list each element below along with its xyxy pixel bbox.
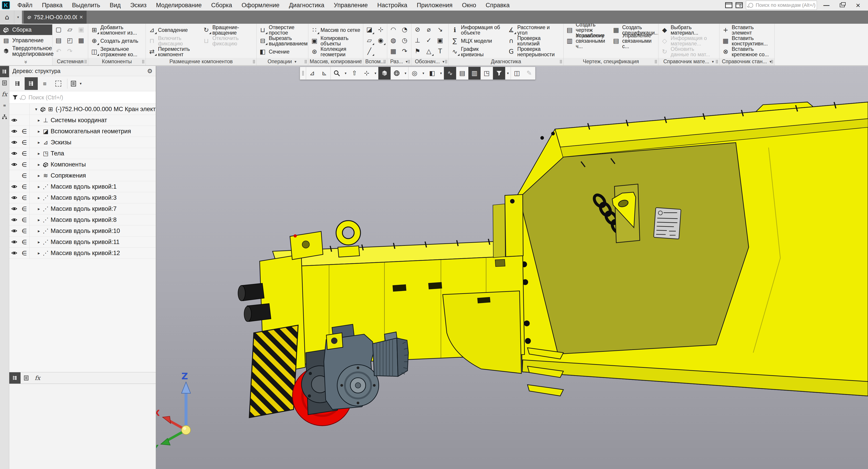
eye-icon[interactable]: [11, 217, 17, 223]
move-component-button[interactable]: ⇄Переместить компонент: [147, 46, 201, 57]
panel-fx-button[interactable]: fx: [0, 89, 9, 100]
insert-fastener-button[interactable]: ⊗Вставить крепежное со...: [721, 46, 774, 57]
group-grip-icon[interactable]: [771, 60, 773, 64]
group-grip-icon[interactable]: [655, 60, 657, 64]
category-сборка[interactable]: Сборка: [0, 24, 52, 35]
selection-area-button[interactable]: [52, 77, 65, 90]
tree-item[interactable]: ∈▸◪Вспомогательная геометрия: [9, 126, 156, 137]
group-grip-icon[interactable]: [383, 60, 386, 64]
eye-icon[interactable]: [11, 195, 17, 201]
include-icon[interactable]: ∈: [19, 148, 30, 159]
menu-Окно[interactable]: Окно: [457, 2, 481, 9]
save-as-button[interactable]: ▦: [75, 35, 87, 46]
group-grip-icon[interactable]: [360, 60, 362, 64]
tree-item[interactable]: ∈▸⋰Массив вдоль кривой:1: [9, 181, 156, 192]
grouped-view-button[interactable]: ▥: [38, 77, 51, 90]
layers-button[interactable]: ◳: [480, 67, 493, 79]
flag-mark-button[interactable]: ⚑: [412, 46, 423, 57]
eye-icon[interactable]: [11, 128, 17, 134]
coordinate-system-button[interactable]: ⊹: [375, 24, 386, 35]
tree-item[interactable]: ∈▸⋰Массив вдоль кривой:7: [9, 203, 156, 214]
construction-axis-button[interactable]: ╱: [364, 46, 375, 57]
curve-nodes-button[interactable]: ∿: [444, 67, 456, 79]
tree-root-item[interactable]: ▾⊞(-)752.НО-00.00.000 МС Кран электричес…: [9, 104, 156, 115]
tree-item[interactable]: ∈▸⋰Массив вдоль кривой:11: [9, 237, 156, 247]
tree-item[interactable]: ∈▸◳Тела: [9, 148, 156, 159]
filter-button[interactable]: [9, 91, 21, 103]
sketch-create-button[interactable]: ⊿: [306, 67, 318, 79]
expand-arrow-icon[interactable]: ▸: [36, 184, 42, 189]
tab-tree-button[interactable]: [9, 372, 21, 383]
datum-mark-button[interactable]: ⊥: [412, 35, 423, 46]
placement-cs-button[interactable]: ⊹: [361, 67, 373, 79]
expand-arrow-icon[interactable]: ▸: [36, 173, 42, 178]
eye-icon[interactable]: [11, 117, 17, 123]
doc-set-button[interactable]: ▥: [468, 67, 480, 79]
expand-arrow-icon[interactable]: ▸: [36, 250, 42, 256]
print-preview-button[interactable]: ◰: [64, 35, 75, 46]
display-mode-button[interactable]: [391, 67, 403, 79]
categories-collapse-chevron[interactable]: »: [0, 58, 52, 65]
group-grip-icon[interactable]: [560, 60, 562, 64]
expand-arrow-icon[interactable]: ▸: [36, 140, 42, 145]
create-part-button[interactable]: ⊕Создать деталь: [90, 35, 145, 46]
tree-item[interactable]: ∈▸⋰Массив вдоль кривой:8: [9, 214, 156, 226]
array-grid-button[interactable]: ∷Массив по сетке: [310, 25, 362, 35]
hazard-plate[interactable]: [249, 325, 298, 417]
open-doc-button[interactable]: ▱: [64, 24, 75, 35]
lifting-eyelet[interactable]: [336, 221, 361, 257]
menu-Правка[interactable]: Правка: [37, 2, 67, 9]
tree-item[interactable]: ∈▸⋰Массив вдоль кривой:12: [9, 247, 156, 259]
group-grip-icon[interactable]: [716, 60, 718, 64]
expand-arrow-icon[interactable]: ▸: [36, 206, 42, 211]
3d-viewport[interactable]: ⊿⊾▼⇧⊹▼▼◎▼◧▼∿▤▥◳▼◫✎: [156, 66, 868, 469]
stamp-mark-button[interactable]: ▣: [434, 35, 446, 46]
tree-item[interactable]: ∈▸⊿Эскизы: [9, 137, 156, 148]
section-button[interactable]: ◧Сечение: [258, 46, 307, 57]
include-icon[interactable]: ∈: [19, 237, 30, 247]
undo-button[interactable]: ↶: [53, 46, 64, 57]
isometric-view-button[interactable]: [378, 67, 391, 79]
eye-icon[interactable]: [11, 150, 17, 156]
tree-item[interactable]: ∈▸Компоненты: [9, 159, 156, 170]
category-твердотельное[interactable]: Твердотельное моделирование: [0, 46, 52, 56]
eye-icon[interactable]: [11, 206, 17, 212]
group-dropdown-icon[interactable]: ▼: [442, 60, 445, 64]
finish-mark-button[interactable]: ✓: [423, 35, 434, 46]
save-doc-button[interactable]: ▣: [75, 24, 87, 35]
crane-girder[interactable]: [518, 102, 868, 396]
expand-arrow-icon[interactable]: ▸: [36, 195, 42, 200]
tree-ordered-button[interactable]: [11, 77, 24, 90]
panel-params-button[interactable]: [0, 77, 9, 89]
wrap-op-button[interactable]: ◍: [388, 35, 399, 46]
menu-Диагностика[interactable]: Диагностика: [284, 2, 329, 9]
material-info-button[interactable]: ◇Информация о материале...: [660, 35, 718, 46]
menu-Вид[interactable]: Вид: [105, 2, 125, 9]
menu-Эскиз[interactable]: Эскиз: [125, 2, 151, 9]
mesh-op-button[interactable]: ▦: [388, 46, 399, 57]
include-icon[interactable]: ∈: [19, 203, 30, 214]
group-dropdown-icon[interactable]: ▼: [711, 60, 715, 64]
sketch-convert-button[interactable]: ⊾: [318, 67, 331, 79]
continuity-check-button[interactable]: GПроверка непрерывности: [506, 46, 563, 57]
text-mark-button[interactable]: T: [434, 46, 446, 57]
tab-close-icon[interactable]: ×: [79, 14, 83, 21]
mirror-component-button[interactable]: ◫Зеркальное отражение ко...: [90, 46, 145, 57]
home-dropdown-icon[interactable]: ▾: [14, 11, 22, 24]
select-material-button[interactable]: ◆Выбрать материал...: [660, 25, 718, 35]
expand-arrow-icon[interactable]: ▸: [36, 217, 42, 223]
menu-Настройка[interactable]: Настройка: [373, 2, 412, 9]
datum-plane-button[interactable]: ▱: [364, 35, 375, 46]
material-update-button[interactable]: ↻Обновить данные по мат...: [660, 46, 718, 57]
hidden-lines-button[interactable]: ◎: [408, 67, 421, 79]
control-point-button[interactable]: ◉: [375, 35, 386, 46]
local-view-button[interactable]: ◧: [426, 67, 438, 79]
group-grip-icon[interactable]: [445, 60, 447, 64]
distance-angle-button[interactable]: ∡Расстояние и угол: [506, 25, 563, 35]
expand-arrow-icon[interactable]: ▸: [36, 118, 42, 123]
linked-drawings-button[interactable]: ▥Управление связанными ч...: [565, 35, 611, 46]
eye-icon[interactable]: [11, 139, 17, 145]
cut-extrude-button[interactable]: ⊟Вырезать выдавливанием: [258, 35, 307, 46]
eye-icon[interactable]: [11, 228, 17, 234]
group-grip-icon[interactable]: [408, 60, 410, 64]
